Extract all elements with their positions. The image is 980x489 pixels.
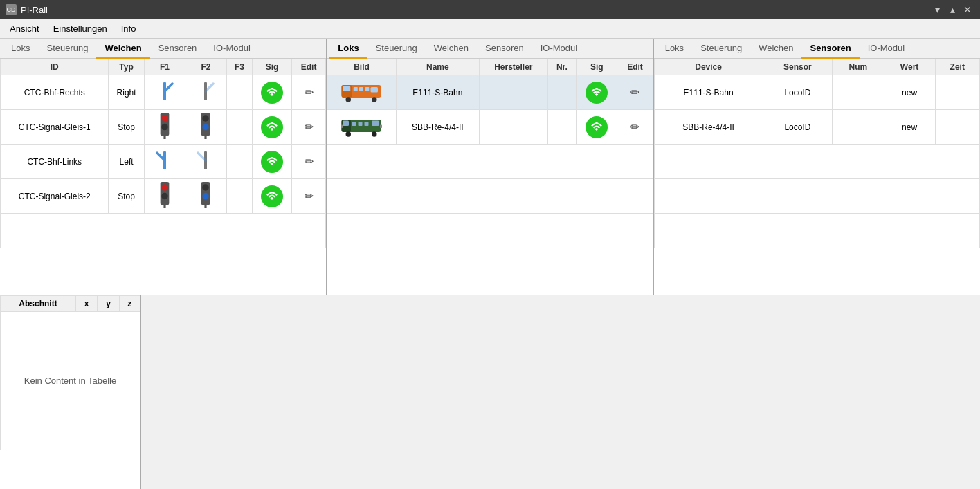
signal-red-1	[156, 113, 173, 139]
col-name: Name	[396, 59, 479, 75]
table-row-empty	[327, 145, 653, 179]
loks-sig-1[interactable]	[577, 75, 617, 110]
table-row-empty	[1, 214, 326, 248]
weichen-f3-4	[226, 179, 252, 214]
switch-f1-right	[153, 80, 176, 103]
svg-point-9	[203, 115, 210, 122]
col-x: x	[75, 296, 97, 312]
wifi-icon-loks-1[interactable]	[586, 82, 608, 104]
menubar: Ansicht Einstellungen Info	[0, 19, 980, 39]
wifi-icon-3[interactable]	[261, 151, 283, 173]
svg-point-6	[161, 124, 168, 131]
svg-rect-19	[163, 205, 165, 208]
svg-rect-38	[352, 122, 356, 126]
weichen-f2-1[interactable]	[185, 75, 227, 110]
table-row-empty	[327, 179, 653, 214]
loks-hersteller-1	[480, 75, 547, 110]
loks-name-1: E111-S-Bahn	[396, 75, 479, 110]
svg-point-10	[203, 124, 210, 131]
svg-rect-7	[163, 136, 165, 139]
weichen-edit-2[interactable]: ✏	[291, 110, 325, 145]
weichen-f1-1[interactable]	[144, 75, 185, 110]
pencil-icon-2[interactable]: ✏	[305, 120, 314, 133]
pencil-icon-3[interactable]: ✏	[305, 155, 314, 168]
app-title: PI-Rail	[21, 5, 48, 15]
minimize-button[interactable]: ▾	[930, 3, 944, 17]
loks-sig-2[interactable]	[577, 110, 617, 145]
svg-rect-31	[365, 87, 370, 91]
wifi-icon-loks-2[interactable]	[586, 116, 608, 138]
tab-sensoren-steuerung[interactable]: Steuerung	[692, 39, 750, 59]
tab-weichen-iomodul[interactable]: IO-Modul	[205, 39, 258, 59]
weichen-edit-1[interactable]: ✏	[291, 75, 325, 110]
menu-ansicht[interactable]: Ansicht	[3, 21, 46, 37]
loks-edit-2[interactable]: ✏	[617, 110, 653, 145]
weichen-f1-2[interactable]	[144, 110, 185, 145]
close-button[interactable]: ✕	[961, 3, 974, 17]
tab-loks-loks[interactable]: Loks	[329, 39, 367, 59]
loks-hersteller-2	[480, 110, 547, 145]
weichen-f2-2[interactable]	[185, 110, 227, 145]
weichen-sig-3[interactable]	[253, 145, 292, 179]
table-row-empty	[654, 145, 979, 179]
svg-rect-40	[365, 122, 369, 126]
signal-red-2	[156, 182, 173, 208]
tab-weichen-loks[interactable]: Loks	[3, 39, 38, 59]
pencil-icon-1[interactable]: ✏	[305, 86, 314, 99]
svg-rect-23	[205, 205, 207, 208]
pencil-icon-4[interactable]: ✏	[305, 190, 314, 203]
menu-einstellungen[interactable]: Einstellungen	[46, 21, 114, 37]
menu-info[interactable]: Info	[114, 21, 143, 37]
tab-loks-steuerung[interactable]: Steuerung	[368, 39, 426, 59]
col-num: Num	[833, 59, 884, 75]
col-sig-loks: Sig	[577, 59, 617, 75]
loks-edit-1[interactable]: ✏	[617, 75, 653, 110]
panel-sensoren: Loks Steuerung Weichen Sensoren IO-Modul…	[654, 39, 980, 295]
svg-point-22	[203, 193, 210, 200]
panel-weichen: Loks Steuerung Weichen Sensoren IO-Modul…	[0, 39, 327, 295]
table-row: E111-S-Bahn LocoID new	[654, 75, 979, 110]
weichen-tab-bar: Loks Steuerung Weichen Sensoren IO-Modul	[0, 39, 326, 59]
tab-weichen-sensoren[interactable]: Sensoren	[150, 39, 206, 59]
weichen-f1-3[interactable]	[144, 145, 185, 179]
table-row: CTC-Signal-Gleis-1 Stop	[1, 110, 326, 145]
tab-loks-sensoren[interactable]: Sensoren	[477, 39, 532, 59]
tab-weichen-weichen[interactable]: Weichen	[96, 39, 149, 59]
tab-loks-iomodul[interactable]: IO-Modul	[532, 39, 586, 59]
weichen-sig-2[interactable]	[253, 110, 292, 145]
tab-sensoren-iomodul[interactable]: IO-Modul	[860, 39, 913, 59]
col-sig: Sig	[253, 59, 292, 75]
col-f3: F3	[226, 59, 252, 75]
pencil-icon-loks-2[interactable]: ✏	[630, 120, 639, 133]
sensor-device-2: SBB-Re-4/4-II	[654, 110, 763, 145]
svg-point-21	[203, 184, 210, 191]
tab-sensoren-weichen[interactable]: Weichen	[750, 39, 801, 59]
wifi-icon-4[interactable]	[261, 185, 283, 207]
pencil-icon-loks-1[interactable]: ✏	[630, 86, 639, 99]
loks-table: Bild Name Hersteller Nr. Sig Edit	[327, 59, 653, 214]
tab-sensoren-sensoren[interactable]: Sensoren	[801, 39, 859, 59]
sensor-wert-2: new	[884, 110, 935, 145]
table-row-empty: Kein Content in Tabelle	[1, 312, 140, 450]
weichen-sig-4[interactable]	[253, 179, 292, 214]
wifi-icon-1[interactable]	[261, 82, 283, 104]
weichen-edit-4[interactable]: ✏	[291, 179, 325, 214]
svg-point-36	[372, 131, 377, 137]
tab-weichen-steuerung[interactable]: Steuerung	[38, 39, 96, 59]
weichen-id-2: CTC-Signal-Gleis-1	[1, 110, 109, 145]
tab-sensoren-loks[interactable]: Loks	[657, 39, 692, 59]
sensor-device-1: E111-S-Bahn	[654, 75, 763, 110]
weichen-sig-1[interactable]	[253, 75, 292, 110]
weichen-edit-3[interactable]: ✏	[291, 145, 325, 179]
empty-message: Kein Content in Tabelle	[3, 362, 137, 400]
titlebar: CD PI-Rail ▾ ▴ ✕	[0, 0, 980, 19]
weichen-f2-4[interactable]	[185, 179, 227, 214]
weichen-f1-4[interactable]	[144, 179, 185, 214]
sensor-zeit-1	[935, 75, 979, 110]
tab-loks-weichen[interactable]: Weichen	[426, 39, 477, 59]
weichen-f2-3[interactable]	[185, 145, 227, 179]
weichen-id-3: CTC-Bhf-Links	[1, 145, 109, 179]
maximize-button[interactable]: ▴	[945, 3, 959, 17]
svg-rect-11	[205, 136, 207, 139]
wifi-icon-2[interactable]	[261, 116, 283, 138]
